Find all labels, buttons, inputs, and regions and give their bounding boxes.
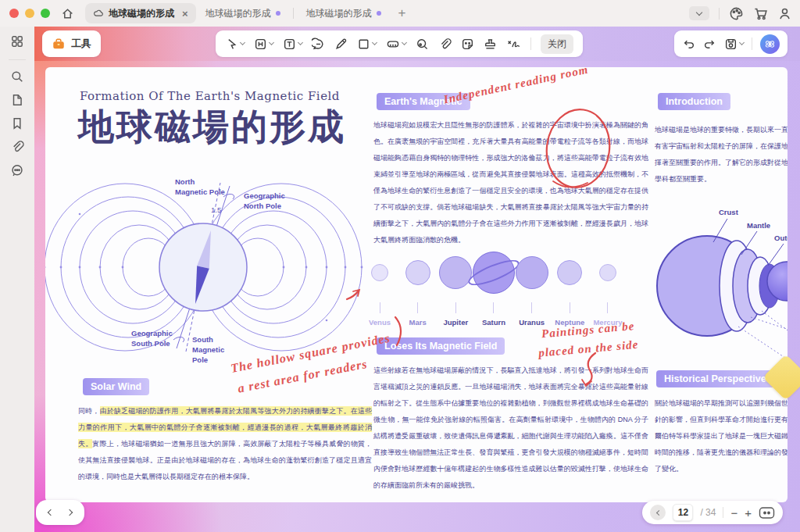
section-badge-introduction: Introduction <box>658 93 730 110</box>
tab-label: 地球磁場的形成 <box>109 7 174 20</box>
prev-page-icon[interactable] <box>48 509 54 516</box>
stamp-tool[interactable] <box>484 37 497 51</box>
intro-line: 地球磁場是地球的重要特徵，長期以來一直 <box>655 122 788 138</box>
shape-tool[interactable] <box>357 37 377 51</box>
total-pages-label: / 34 <box>700 507 716 518</box>
tab-label: 地球磁場的形成 <box>306 7 372 20</box>
signature-tool[interactable] <box>506 37 521 51</box>
window-menu-button[interactable] <box>689 6 709 20</box>
intro-line: 學科都至關重要。 <box>655 171 788 187</box>
save-tool[interactable] <box>724 37 744 51</box>
chevron-down-icon[interactable] <box>269 40 274 45</box>
comments-icon[interactable] <box>10 163 24 177</box>
redact-tool[interactable] <box>386 37 406 51</box>
tab-document-3[interactable]: 地球磁場的形成 <box>298 3 389 23</box>
neptune-circle <box>557 260 582 285</box>
home-icon[interactable] <box>61 7 74 20</box>
handwritten-note-right[interactable]: Paintings can be placed on the side <box>541 316 639 362</box>
planet-jupiter: Jupiter <box>437 249 474 327</box>
new-tab-button[interactable]: + <box>398 5 406 21</box>
jupiter-circle <box>439 256 472 289</box>
heading-tool[interactable] <box>254 37 273 51</box>
tools-button[interactable]: 工具 <box>42 30 101 57</box>
historical-line: 爾伯特等科學家提出了地球是一塊巨大磁鐵 <box>655 428 788 445</box>
tick <box>417 302 418 313</box>
chevron-down-icon[interactable] <box>298 40 303 45</box>
search-icon[interactable] <box>10 70 24 84</box>
redo-icon[interactable] <box>703 37 716 51</box>
next-page-icon[interactable] <box>66 509 73 516</box>
document-title-zh: 地球磁場的形成 <box>78 103 346 152</box>
text-tool[interactable] <box>283 37 302 51</box>
zoom-window-button[interactable] <box>41 9 50 18</box>
label-north-magnetic-pole: North Magnetic Pole <box>175 177 225 197</box>
pen-tool[interactable] <box>334 37 348 51</box>
planet-uranus: Uranus <box>513 249 551 327</box>
section-badge-solar-wind: Solar Wind <box>83 378 149 395</box>
bookmark-icon[interactable] <box>10 116 24 130</box>
page-nav-pill <box>36 500 84 525</box>
sticker-tool[interactable] <box>461 37 474 51</box>
tab-document-1[interactable]: 地球磁場的形成 × <box>85 3 196 23</box>
close-toolbar-button[interactable]: 关闭 <box>541 34 573 54</box>
mercury-circle <box>599 264 616 281</box>
current-page-input[interactable]: 12 <box>673 504 693 521</box>
paragraph-historical: 關於地球磁場的早期推測可以追溯到幾個世 針的影響，但直到科學革命才開始進行更有 … <box>655 395 788 477</box>
label-outer-core: Outer <box>774 234 788 242</box>
label-south-magnetic-pole: South Magnetic Pole <box>192 334 224 365</box>
venus-circle <box>371 264 388 281</box>
minimize-window-button[interactable] <box>25 9 34 18</box>
paragraph-earths-magnetic: 地球磁場宛如規模宏大且隱性無形的防護體系，於複雜的宇宙環境中扮演著極為關鍵的角色… <box>373 117 648 248</box>
zoom-out-button[interactable]: − <box>730 506 738 520</box>
back-icon[interactable] <box>650 505 666 520</box>
label-geographic-north-pole: Geographic North Pole <box>244 191 285 211</box>
chevron-down-icon[interactable] <box>739 40 745 45</box>
solar-text-rest: 實際上，地球磁場猶如一道無形且強大的屏障，高效屏蔽了太陽粒子等極具威脅的物質，使… <box>78 440 372 480</box>
handwritten-note-top[interactable]: Independent reading room <box>442 67 589 106</box>
tick <box>570 302 570 313</box>
action-group <box>674 30 788 57</box>
label-mantle: Mantle <box>747 221 770 230</box>
ai-assistant-button[interactable] <box>760 34 780 54</box>
label-geographic-south-pole: Geographic South Pole <box>131 328 173 348</box>
loupe-tool[interactable] <box>416 37 429 51</box>
document-subtitle-en: Formation Of The Earth's Magnetic Field <box>80 89 340 103</box>
zoom-in-button[interactable]: + <box>745 506 752 520</box>
attachment-icon[interactable] <box>10 140 24 154</box>
tab-label: 地球磁場的形成 <box>205 7 271 20</box>
fit-screen-icon[interactable] <box>759 506 775 520</box>
sidebar-divider <box>9 59 26 60</box>
section-badge-historical: Historical Perspectives <box>656 370 780 387</box>
historical-line: 關於地球磁場的早期推測可以追溯到幾個世 <box>655 395 788 412</box>
planet-neptune: Neptune <box>551 249 588 327</box>
comment-tool[interactable] <box>312 37 325 51</box>
chevron-down-icon[interactable] <box>240 40 245 45</box>
label-crust: Crust <box>719 208 738 216</box>
tab-document-2[interactable]: 地球磁場的形成 <box>198 3 288 23</box>
undo-icon[interactable] <box>682 37 695 51</box>
unsaved-dot <box>377 11 381 16</box>
historical-line: 了變化。 <box>655 461 788 477</box>
store-cart-icon[interactable] <box>753 6 768 21</box>
pagination-bar: 12 / 34 − + <box>642 501 783 524</box>
tab-close-icon[interactable]: × <box>182 8 188 20</box>
left-sidebar <box>0 27 34 532</box>
planet-mercury: Mercury <box>589 249 627 327</box>
planet-label: Saturn <box>482 318 505 327</box>
thumbnail-grid-icon[interactable] <box>10 34 24 48</box>
uranus-circle <box>516 256 548 289</box>
select-tool[interactable] <box>225 37 245 51</box>
account-icon[interactable] <box>777 6 792 21</box>
attach-file-tool[interactable] <box>438 37 452 51</box>
close-window-button[interactable] <box>9 9 19 18</box>
toolbar-divider <box>530 37 531 50</box>
planet-venus: Venus <box>361 249 398 327</box>
tick <box>493 302 494 313</box>
theme-palette-icon[interactable] <box>729 6 744 21</box>
page-outline-icon[interactable] <box>10 93 24 107</box>
annotation-toolbar: 工具 关闭 <box>34 27 800 61</box>
cloud-icon <box>93 8 104 19</box>
chevron-down-icon[interactable] <box>402 40 407 45</box>
toolbar-divider <box>752 37 752 50</box>
chevron-down-icon[interactable] <box>372 40 377 45</box>
